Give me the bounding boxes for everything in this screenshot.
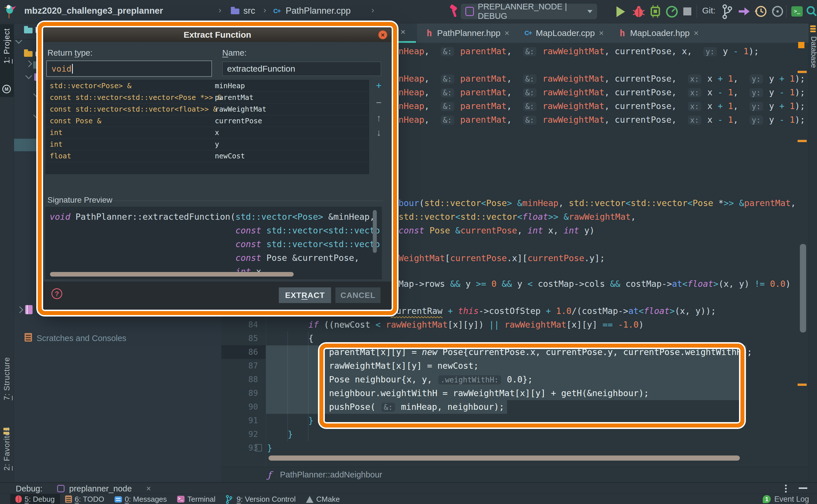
close-icon[interactable]: ×	[146, 484, 151, 493]
coverage-chip-icon[interactable]	[649, 5, 662, 18]
code-line[interactable]: neighbour.weightWithH = rawWeightMat[x][…	[267, 386, 649, 400]
remove-parameter-button[interactable]: −	[373, 97, 385, 110]
chevron-down-icon[interactable]	[15, 37, 22, 44]
add-parameter-button[interactable]: +	[373, 80, 385, 92]
function-name-input[interactable]: extractedFunction	[222, 62, 381, 76]
code-line[interactable]: nHeap, &: parentMat, &: rawWeightMat, cu…	[399, 113, 805, 127]
return-type-input[interactable]: void	[46, 61, 212, 77]
statusbar-item-terminal[interactable]: Terminal	[172, 494, 221, 504]
extract-function-dialog: Extract Function × Return type: Name: vo…	[43, 27, 392, 310]
update-project-icon[interactable]	[771, 5, 784, 18]
hide-icon[interactable]	[799, 487, 807, 489]
subfolder-icon	[34, 75, 43, 81]
statusbar-item-debug[interactable]: 5: Debug	[10, 494, 60, 504]
stripe-mark[interactable]	[798, 140, 807, 142]
chevron-right-icon[interactable]	[25, 60, 32, 67]
stripe-mark[interactable]	[798, 384, 807, 386]
tree-item-scratches[interactable]: Scratches and Consoles	[37, 334, 126, 343]
chevron-down-icon[interactable]	[25, 72, 32, 79]
fold-region-icon[interactable]	[255, 444, 262, 451]
statusbar-item-todo[interactable]: 6: TODO	[60, 494, 109, 504]
chevron-down-icon[interactable]	[33, 90, 40, 97]
debug-button[interactable]	[633, 5, 645, 18]
vertical-scrollbar[interactable]	[800, 244, 806, 332]
horizontal-scrollbar[interactable]	[269, 455, 740, 461]
tab-active-remnant[interactable]: ×	[397, 23, 417, 43]
code-line[interactable]: rawWeightMat[x][y] = newCost;	[267, 359, 479, 373]
move-down-button[interactable]: ↓	[373, 127, 385, 140]
code-line[interactable]: nHeap, &: parentMat, &: rawWeightMat, cu…	[399, 99, 805, 113]
statusbar-item-versioncontrol[interactable]: 9: Version Control	[221, 494, 301, 504]
code-line[interactable]: if ((newCost < rawWeightMat[x][y]) || ra…	[267, 318, 644, 332]
help-icon[interactable]: ?	[51, 288, 62, 299]
tab-PathPlanner.hpp[interactable]: PathPlanner.hpp×	[418, 23, 516, 43]
parameter-row[interactable]: inty	[46, 139, 369, 150]
breadcrumb-project[interactable]: mbz2020_challenge3_preplanner	[24, 6, 163, 16]
line-number: 91	[222, 414, 258, 428]
parameter-row[interactable]: const Pose &currentPose	[46, 115, 369, 127]
dialog-title-bar[interactable]: Extract Function	[43, 28, 391, 42]
tool-button-database[interactable]: Database	[809, 36, 817, 68]
run-configuration-select[interactable]: PREPLANNER_NODE | DEBUG	[461, 4, 597, 19]
build-hammer-icon[interactable]	[448, 5, 460, 18]
event-log-label[interactable]: Event Log	[774, 495, 809, 504]
breadcrumb-file[interactable]: PathPlanner.cpp	[286, 6, 351, 16]
search-icon[interactable]	[806, 6, 817, 17]
tool-button-project[interactable]: 1: Project M	[0, 24, 14, 97]
code-line[interactable]: std::vector<std::vector<float>> &rawWeig…	[399, 210, 636, 224]
statusbar-item-cmake[interactable]: CMake	[301, 494, 345, 504]
tab-close-icon[interactable]: ×	[694, 28, 699, 38]
code-line[interactable]: parentMat[x][y] = new Pose{currentPose.x…	[267, 345, 752, 359]
parameter-row[interactable]: const std::vector<std::vector<float>> &r…	[46, 104, 369, 115]
code-line[interactable]: const Pose &currentPose, int x, int y)	[399, 224, 594, 237]
breadcrumb-src[interactable]: src	[244, 6, 255, 16]
parameter-row[interactable]: intx	[46, 127, 369, 139]
code-line[interactable]: }	[267, 428, 293, 441]
code-line[interactable]: bour(std::vector<Pose> &minHeap, std::ve…	[399, 196, 796, 210]
debug-session-tab[interactable]: preplanner_node	[69, 484, 132, 493]
tab-MapLoader.hpp[interactable]: MapLoader.hpp×	[611, 23, 706, 43]
move-up-button[interactable]: ↑	[373, 112, 385, 125]
code-line[interactable]: nHeap, &: parentMat, &: rawWeightMat, cu…	[399, 86, 805, 99]
more-options-icon[interactable]	[785, 485, 787, 486]
code-line[interactable]: Pose neighbour{x, y, .weightWithH: 0.0};	[267, 373, 533, 386]
code-line[interactable]: nHeap, &: parentMat, &: rawWeightMat, cu…	[399, 45, 759, 58]
code-line[interactable]: }	[267, 414, 314, 428]
event-log-widget[interactable]: 1 Event Log	[763, 495, 809, 504]
chevron-down-icon[interactable]	[33, 112, 40, 118]
code-line[interactable]: pushPose( &: minHeap, neighbour);	[267, 400, 504, 414]
preview-vertical-scrollbar[interactable]	[373, 210, 377, 253]
git-branch-icon[interactable]	[722, 4, 733, 19]
scratches-icon	[25, 333, 32, 342]
parameter-row[interactable]: floatnewCost	[46, 150, 369, 162]
statusbar-item-messages[interactable]: 0: Messages	[109, 494, 172, 504]
run-button[interactable]	[617, 6, 625, 17]
parameter-row[interactable]: std::vector<Pose> &minHeap	[46, 80, 369, 92]
tab-close-icon[interactable]: ×	[401, 27, 406, 37]
preview-horizontal-scrollbar[interactable]	[50, 272, 294, 277]
stripe-mark[interactable]	[798, 42, 804, 48]
code-line[interactable]: {	[267, 332, 314, 345]
code-line[interactable]: WeightMat[currentPose.x][currentPose.y];	[399, 251, 605, 265]
breadcrumb-function[interactable]: PathPlanner::addNeighbour	[280, 470, 382, 479]
tab-MapLoader.cpp[interactable]: MapLoader.cpp×	[516, 23, 610, 43]
git-push-icon[interactable]	[738, 6, 750, 17]
dialog-title: Extract Function	[184, 30, 252, 39]
tab-close-icon[interactable]: ×	[599, 28, 604, 38]
parameter-row[interactable]: const std::vector<std::vector<Pose *>> &…	[46, 92, 369, 104]
cancel-button[interactable]: CANCEL	[335, 287, 381, 303]
parameters-table: std::vector<Pose> &minHeapconst std::vec…	[45, 80, 369, 174]
code-line[interactable]: Map->rows && y >= 0 && y < costMap->cols…	[399, 277, 791, 291]
dialog-close-button[interactable]: ×	[378, 30, 387, 39]
chevron-right-icon[interactable]	[16, 306, 23, 313]
code-line[interactable]: }	[267, 441, 272, 455]
code-line[interactable]: nHeap, &: parentMat, &: rawWeightMat, cu…	[399, 72, 805, 86]
debug-toolwindow-bar: Debug: preplanner_node ×	[0, 482, 817, 494]
stop-button[interactable]	[683, 7, 691, 15]
history-rollback-icon[interactable]	[754, 5, 767, 18]
profiler-gauge-icon[interactable]	[666, 5, 678, 18]
debug-session-icon	[57, 485, 65, 492]
tab-close-icon[interactable]: ×	[504, 28, 510, 38]
extract-button[interactable]: EXTRACT	[279, 287, 331, 303]
terminal-toolbar-icon[interactable]: >_	[791, 6, 803, 17]
